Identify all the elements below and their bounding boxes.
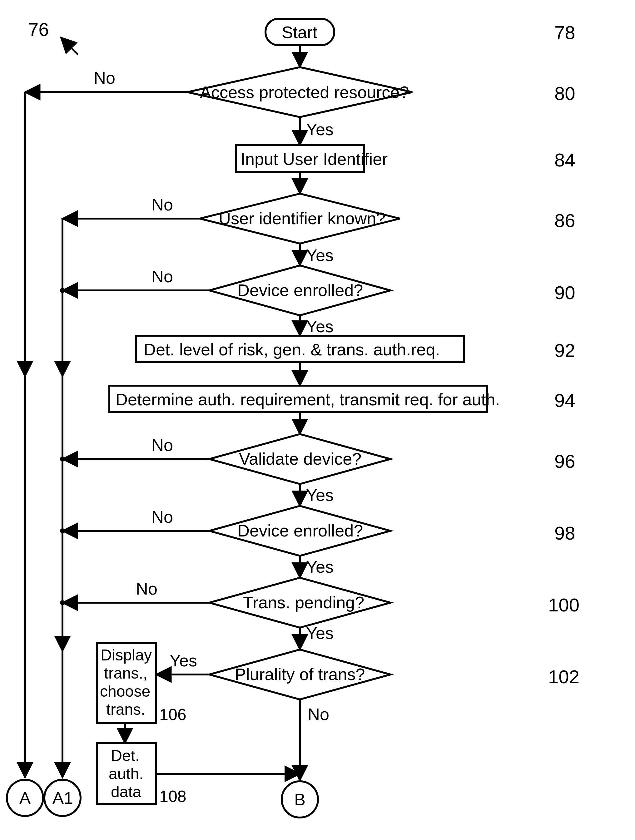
process-106-line1: Display <box>101 647 152 663</box>
decision-98-label: Device enrolled? <box>237 522 362 539</box>
ref-80: 80 <box>554 83 575 104</box>
edge-100-yes: Yes <box>306 625 333 641</box>
ref-90: 90 <box>554 282 575 303</box>
process-108-line1: Det. <box>111 748 140 764</box>
process-92-label: Det. level of risk, gen. & trans. auth.r… <box>144 341 440 358</box>
ref-92: 92 <box>554 340 575 361</box>
ref-78: 78 <box>554 22 575 43</box>
decision-102-label: Plurality of trans? <box>233 666 367 683</box>
start-label: Start <box>282 24 318 41</box>
decision-80-label: Access protected resource? <box>200 84 400 101</box>
process-94-label: Determine auth. requirement, transmit re… <box>115 391 500 408</box>
ref-84: 84 <box>554 149 575 171</box>
edge-86-no: No <box>152 196 173 213</box>
process-108-line2: auth. <box>109 766 143 782</box>
edge-96-no: No <box>152 437 173 453</box>
ref-96: 96 <box>554 451 575 472</box>
edge-98-no: No <box>152 508 173 525</box>
edge-102-yes: Yes <box>170 652 197 669</box>
ref-106: 106 <box>159 706 186 723</box>
connector-b-label: B <box>294 791 305 808</box>
ref-86: 86 <box>554 210 575 231</box>
ref-100: 100 <box>548 594 580 616</box>
edge-100-no: No <box>136 580 158 597</box>
decision-86-label: User identifier known? <box>219 210 381 227</box>
process-106-line3: choose <box>100 684 150 699</box>
ref-108: 108 <box>159 788 186 804</box>
decision-96-label: Validate device? <box>239 450 361 467</box>
decision-100-label: Trans. pending? <box>243 594 359 611</box>
edge-102-no: No <box>308 706 329 723</box>
edge-90-yes: Yes <box>306 318 333 335</box>
edge-98-yes: Yes <box>306 558 333 575</box>
ref-76: 76 <box>28 19 49 40</box>
connector-a-label: A <box>19 789 31 806</box>
edge-96-yes: Yes <box>306 486 333 504</box>
process-84-label: Input User Identifier <box>240 150 388 167</box>
decision-90-label: Device enrolled? <box>237 282 362 298</box>
ref-102: 102 <box>548 666 580 688</box>
connector-a1-label: A1 <box>52 789 73 806</box>
process-106-line4: trans. <box>106 702 145 717</box>
process-106-line2: trans., <box>104 665 147 681</box>
edge-90-no: No <box>152 268 173 285</box>
svg-line-22 <box>61 38 78 55</box>
svg-point-17 <box>297 771 302 776</box>
process-108-line3: data <box>111 784 141 800</box>
edge-80-yes: Yes <box>306 121 333 138</box>
edge-86-yes: Yes <box>306 247 333 264</box>
edge-80-no: No <box>94 69 115 86</box>
ref-98: 98 <box>554 523 575 544</box>
ref-94: 94 <box>554 390 575 411</box>
